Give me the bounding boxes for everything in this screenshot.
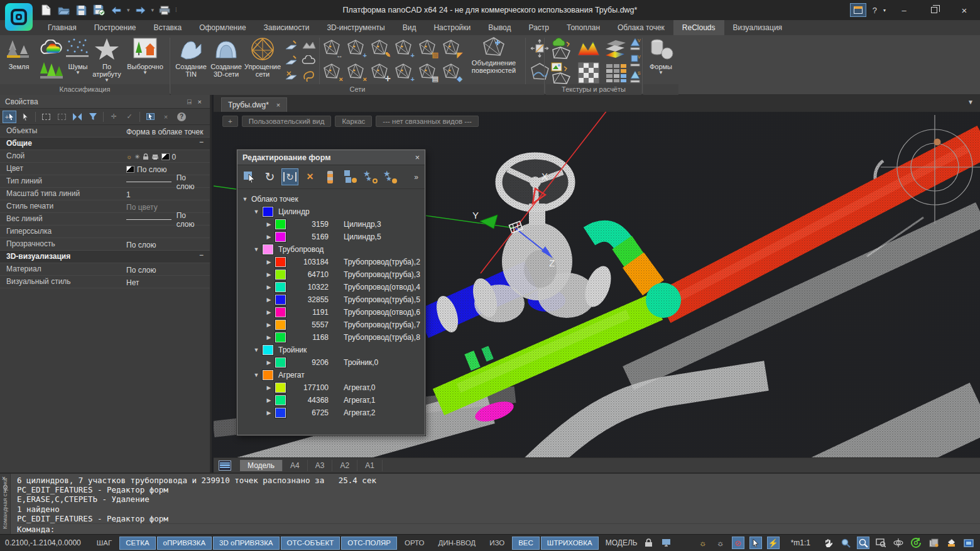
tree-item[interactable]: ▶9206Тройник,0 — [237, 356, 425, 369]
ribbon-tab-построение[interactable]: Построение — [85, 20, 145, 35]
tree-item[interactable]: ▶3159Цилиндр,3 — [237, 218, 425, 231]
layout-tab-модель[interactable]: Модель — [240, 460, 283, 471]
restore-button[interactable] — [922, 1, 946, 19]
ribbon-tab-главная[interactable]: Главная — [39, 20, 85, 35]
ribbon-tab-растр[interactable]: Растр — [520, 20, 558, 35]
shape-editor-close-icon[interactable]: × — [415, 150, 420, 165]
shape-color-swatch[interactable] — [275, 408, 286, 418]
collapsed-icon[interactable]: ▶ — [265, 259, 273, 265]
status-toggle-отс-объект[interactable]: ОТС-ОБЪЕКТ — [281, 537, 340, 550]
collapsed-icon[interactable]: ▶ — [265, 359, 273, 366]
layout-tab-a1[interactable]: A1 — [357, 460, 383, 471]
property-value[interactable]: 1 — [122, 188, 210, 200]
ribbon-tab-настройки[interactable]: Настройки — [425, 20, 479, 35]
collapse-icon[interactable]: − — [199, 138, 210, 150]
area-calc-icon[interactable]: S — [629, 69, 641, 84]
redo-menu-icon[interactable]: ▾ — [151, 7, 155, 13]
status-toggle-вес[interactable]: ВЕС — [512, 537, 540, 550]
open-folder-icon[interactable] — [57, 3, 70, 17]
ribbon-tab-оформление[interactable]: Оформление — [190, 20, 254, 35]
tree-item[interactable]: ▶103184Трубопровод(труба),2 — [237, 256, 425, 268]
tree-item[interactable]: ▼Облако точек — [237, 193, 425, 205]
tree-item[interactable]: ▶1168Трубопровод(труба),8 — [237, 331, 425, 344]
net-append-tool[interactable]: + — [395, 63, 413, 82]
zoom-extents-icon[interactable] — [874, 537, 887, 549]
space-indicator[interactable]: МОДЕЛЬ — [606, 538, 638, 547]
shape-color-swatch[interactable] — [275, 270, 286, 280]
close-button[interactable]: × — [952, 1, 976, 19]
volume-calc-icon[interactable]: V — [629, 36, 641, 52]
layout-tab-a4[interactable]: A4 — [283, 460, 308, 471]
highlight-tool[interactable] — [143, 111, 157, 123]
select-shape-tool[interactable] — [241, 168, 258, 185]
report-table-icon[interactable] — [604, 62, 629, 84]
checker-texture-icon[interactable] — [576, 62, 601, 84]
annotation-scale[interactable]: *m1:1 — [785, 538, 817, 547]
collapsed-icon[interactable]: ▶ — [265, 234, 273, 240]
ribbon-tab-3d-инструменты[interactable]: 3D-инструменты — [318, 20, 393, 35]
texture-from-cloud-icon[interactable] — [548, 37, 574, 60]
layer-freeze-icon[interactable]: ✳ — [134, 153, 139, 160]
tree-item[interactable]: ▶44368Агрегат,1 — [237, 394, 425, 406]
property-value[interactable]: Форма в облаке точек — [122, 125, 210, 137]
collapsed-icon[interactable]: ▶ — [265, 271, 273, 278]
shape-color-swatch[interactable] — [275, 332, 286, 342]
slope-layers-icon[interactable] — [604, 37, 629, 60]
layer-color-swatch[interactable] — [161, 153, 170, 160]
ribbon-tab-reclouds[interactable]: ReClouds — [673, 20, 724, 35]
expanded-icon[interactable]: ▼ — [253, 347, 260, 353]
shape-color-swatch[interactable] — [263, 244, 273, 254]
quick-select-tool[interactable]: ✛ — [107, 111, 121, 123]
shape-color-swatch[interactable] — [275, 295, 286, 305]
tree-item[interactable]: ▶32855Трубопровод(труба),5 — [237, 293, 425, 306]
tree-item[interactable]: ▶64710Трубопровод(труба),3 — [237, 268, 425, 281]
status-toggle-орто[interactable]: ОРТО — [398, 537, 431, 550]
shape-color-swatch[interactable] — [275, 320, 286, 330]
shape-color-swatch[interactable] — [275, 383, 286, 393]
expanded-icon[interactable]: ▼ — [253, 246, 260, 253]
help-button[interactable]: ? — [873, 6, 877, 15]
texture-from-image-icon[interactable] — [548, 62, 574, 84]
shape-color-swatch[interactable] — [263, 207, 273, 217]
orbit-icon[interactable] — [892, 537, 905, 549]
property-value[interactable]: По слою — [122, 213, 210, 225]
select-tool[interactable] — [18, 111, 32, 123]
collapsed-icon[interactable]: ▶ — [265, 221, 273, 227]
collapsed-icon[interactable]: ▶ — [265, 322, 273, 328]
status-toggle-штриховка[interactable]: ШТРИХОВКА — [541, 537, 599, 550]
viewport-view-button[interactable]: Пользовательский вид — [242, 116, 332, 127]
show-shapes-tool[interactable] — [342, 168, 359, 185]
create-tin-button[interactable]: Создание TIN — [173, 36, 209, 84]
net-texture-tool[interactable]: ▨ — [418, 39, 437, 58]
quick-properties-icon[interactable]: ⚡ — [767, 537, 780, 549]
ribbon-tab-вставка[interactable]: Вставка — [145, 20, 191, 35]
apply-tool[interactable]: ✓ — [122, 111, 136, 123]
tree-item[interactable]: ▶5169Цилиндр,5 — [237, 231, 425, 243]
collapsed-icon[interactable]: ▶ — [265, 297, 273, 303]
annotation-monitor-icon[interactable] — [660, 537, 673, 549]
net-width-tool[interactable]: ↔ — [323, 39, 342, 58]
status-toggle-шаг[interactable]: ШАГ — [90, 537, 118, 550]
ribbon-tab-визуализация[interactable]: Визуализация — [724, 20, 792, 35]
expanded-icon[interactable]: ▼ — [241, 196, 249, 202]
new-document-icon[interactable] — [39, 3, 53, 17]
free-orbit-icon[interactable] — [910, 537, 922, 549]
layer-on-icon[interactable]: ☼ — [126, 153, 132, 160]
toolbar-overflow-icon[interactable]: » — [414, 173, 421, 182]
lock-icon[interactable] — [643, 537, 655, 549]
expanded-icon[interactable]: ▼ — [253, 372, 260, 378]
property-value[interactable] — [122, 226, 210, 237]
customize-toolbar-icon[interactable]: ⁞ — [175, 7, 177, 13]
net-add-vertex-tool[interactable]: + — [347, 39, 366, 58]
flatten-mesh2-icon[interactable] — [284, 53, 299, 68]
tree-item[interactable]: ▶6725Агрегат,2 — [237, 406, 425, 419]
volume-between-icon[interactable]: V — [629, 53, 641, 68]
ribbon-tab-вид[interactable]: Вид — [394, 20, 425, 35]
status-toggle-изо[interactable]: ИЗО — [483, 537, 511, 550]
filter-tool[interactable] — [86, 111, 100, 123]
create-3d-mesh-button[interactable]: Создание 3D-сети — [209, 36, 244, 84]
sheet-set-icon[interactable] — [927, 537, 940, 549]
tree-item[interactable]: ▶5557Трубопровод(труба),7 — [237, 319, 425, 331]
no-constraints-icon[interactable]: ⊘ — [732, 537, 744, 549]
tree-item[interactable]: ▶1191Трубопровод(отвод),6 — [237, 306, 425, 319]
